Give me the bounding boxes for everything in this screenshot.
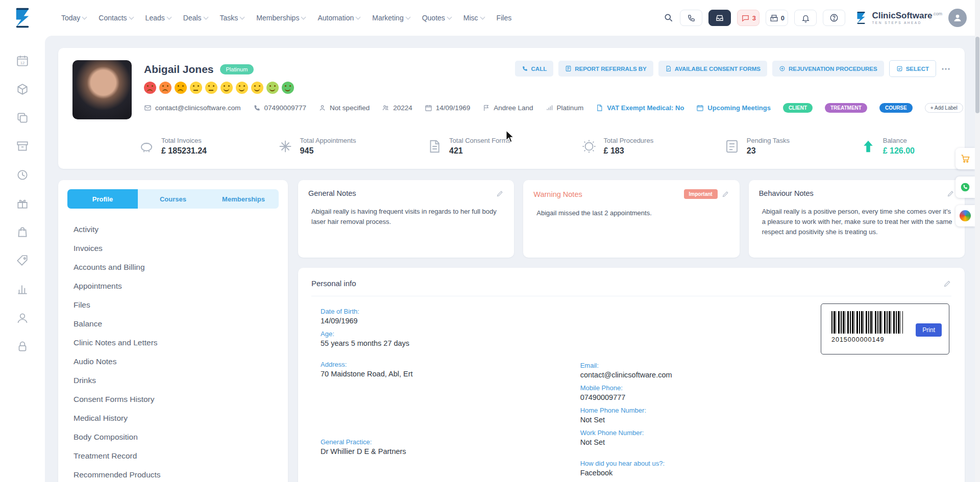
- shopping-bag-icon[interactable]: [16, 225, 29, 239]
- till-button[interactable]: 0: [766, 10, 788, 26]
- client-location[interactable]: Andree Land: [482, 104, 533, 112]
- client-referral[interactable]: Not specified: [318, 104, 370, 112]
- nav-tasks[interactable]: Tasks: [220, 14, 244, 22]
- clinicsoftware-hourglass-icon: [12, 7, 33, 29]
- tags-icon[interactable]: [16, 254, 29, 267]
- tab-profile[interactable]: Profile: [67, 189, 138, 209]
- menu-item-recommended-products[interactable]: Recommended Products: [74, 465, 288, 482]
- menu-item-audio-notes[interactable]: Audio Notes: [74, 352, 288, 371]
- menu-item-balance[interactable]: Balance: [74, 314, 288, 333]
- app-logo[interactable]: [0, 7, 45, 29]
- menu-item-body-composition[interactable]: Body Composition: [74, 427, 288, 446]
- age-label: Age:: [321, 330, 580, 338]
- menu-item-accounts-billing[interactable]: Accounts and Billing: [74, 258, 288, 276]
- menu-item-appointments[interactable]: Appointments: [74, 276, 288, 295]
- documents-icon[interactable]: [16, 111, 29, 124]
- emoji-happy-icon[interactable]: [266, 82, 279, 94]
- menu-item-consent-history[interactable]: Consent Forms History: [74, 390, 288, 409]
- label-treatment-badge[interactable]: TREATMENT: [825, 103, 867, 113]
- emoji-sad-icon[interactable]: [159, 82, 172, 94]
- gp-value: Dr Whillier D E & Partners: [321, 447, 580, 455]
- vat-exempt-link[interactable]: VAT Exempt Medical: No: [596, 104, 684, 112]
- emoji-neutral-icon[interactable]: [190, 82, 202, 94]
- nav-quotes[interactable]: Quotes: [422, 14, 451, 22]
- print-button[interactable]: Print: [916, 323, 942, 337]
- emoji-smile-icon[interactable]: [251, 82, 263, 94]
- gift-icon[interactable]: [16, 197, 29, 210]
- chat-button[interactable]: 3: [737, 10, 760, 26]
- menu-item-activity[interactable]: Activity: [74, 220, 288, 239]
- nav-automation[interactable]: Automation: [317, 14, 360, 22]
- nav-misc[interactable]: Misc: [463, 14, 484, 22]
- more-options-button[interactable]: ⋯: [941, 63, 951, 74]
- emoji-smile-icon[interactable]: [236, 82, 248, 94]
- call-tab[interactable]: [955, 176, 975, 198]
- calendar-icon: [696, 104, 704, 112]
- piggy-bank-icon: [139, 139, 154, 154]
- emoji-neutral-icon[interactable]: [205, 82, 217, 94]
- client-id[interactable]: 20224: [382, 104, 412, 112]
- menu-item-invoices[interactable]: Invoices: [74, 239, 288, 258]
- nav-leads[interactable]: Leads: [145, 14, 171, 22]
- tab-courses[interactable]: Courses: [138, 189, 208, 209]
- cart-tab[interactable]: [955, 148, 975, 169]
- edit-pencil-icon[interactable]: [943, 280, 951, 288]
- edit-pencil-icon[interactable]: [496, 190, 504, 197]
- translate-tab[interactable]: [955, 205, 975, 226]
- call-button[interactable]: CALL: [515, 61, 554, 77]
- emoji-angry-icon[interactable]: [144, 82, 156, 94]
- reports-chart-icon[interactable]: [16, 283, 29, 296]
- consent-forms-button[interactable]: AVAILABLE CONSENT FORMS: [658, 61, 767, 77]
- archive-icon[interactable]: [16, 140, 29, 153]
- menu-item-files[interactable]: Files: [74, 295, 288, 314]
- scrollbar-thumb[interactable]: [975, 37, 979, 113]
- client-dob[interactable]: 14/09/1969: [425, 104, 471, 112]
- nav-marketing[interactable]: Marketing: [372, 14, 409, 22]
- nav-deals[interactable]: Deals: [183, 14, 208, 22]
- search-icon[interactable]: [664, 13, 674, 23]
- warning-notes-text: Abigail missed the last 2 appointments.: [533, 208, 729, 218]
- menu-item-treatment-record[interactable]: Treatment Record: [74, 446, 288, 465]
- help-button[interactable]: [823, 10, 845, 26]
- profile-menu: Activity Invoices Accounts and Billing A…: [58, 220, 288, 482]
- client-level[interactable]: Platinum: [546, 104, 584, 112]
- emoji-very-happy-icon[interactable]: [282, 82, 294, 94]
- page-scrollbar[interactable]: [975, 0, 980, 482]
- select-button[interactable]: SELECT: [889, 60, 936, 77]
- report-referrals-button[interactable]: REPORT REFERRALS BY: [558, 61, 653, 77]
- stat-pending-tasks: Pending Tasks23: [724, 137, 790, 156]
- edit-pencil-icon[interactable]: [947, 190, 954, 197]
- upcoming-meetings-link[interactable]: Upcoming Meetings: [696, 104, 771, 112]
- menu-item-medical-history[interactable]: Medical History: [74, 409, 288, 427]
- label-course-badge[interactable]: COURSE: [879, 103, 913, 113]
- add-label-button[interactable]: + Add Label: [925, 103, 963, 113]
- user-avatar[interactable]: [948, 9, 967, 27]
- till-count-badge: 0: [781, 14, 785, 22]
- menu-item-drinks[interactable]: Drinks: [74, 371, 288, 390]
- tab-memberships[interactable]: Memberships: [208, 189, 279, 209]
- history-icon[interactable]: [16, 168, 29, 182]
- edit-pencil-icon[interactable]: [722, 190, 729, 198]
- products-icon[interactable]: [16, 83, 29, 96]
- emoji-smile-icon[interactable]: [220, 82, 233, 94]
- emoji-unhappy-icon[interactable]: [175, 82, 187, 94]
- menu-item-clinic-notes[interactable]: Clinic Notes and Letters: [74, 333, 288, 352]
- inbox-button[interactable]: [708, 10, 731, 26]
- nav-memberships[interactable]: Memberships: [256, 14, 305, 22]
- warning-notes-card: Warning Notes Important Abigail missed t…: [523, 180, 739, 258]
- nav-files[interactable]: Files: [497, 14, 512, 22]
- notifications-button[interactable]: [794, 10, 817, 26]
- nav-today[interactable]: Today: [61, 14, 86, 22]
- calendar-icon[interactable]: 12: [16, 54, 29, 67]
- client-phone[interactable]: 07490009777: [253, 104, 307, 112]
- chevron-down-icon: [447, 15, 452, 20]
- lock-icon[interactable]: [16, 340, 29, 353]
- support-icon[interactable]: [16, 311, 29, 324]
- dialer-button[interactable]: [680, 10, 702, 26]
- client-email[interactable]: contact@clinicsoftware.com: [144, 104, 241, 112]
- rejuvenation-procedures-button[interactable]: REJUVENATION PROCEDURES: [772, 61, 884, 77]
- document-icon: [596, 104, 603, 112]
- nav-contacts[interactable]: Contacts: [99, 14, 133, 22]
- label-client-badge[interactable]: CLIENT: [783, 103, 813, 113]
- home-phone-value: Not Set: [580, 416, 951, 424]
